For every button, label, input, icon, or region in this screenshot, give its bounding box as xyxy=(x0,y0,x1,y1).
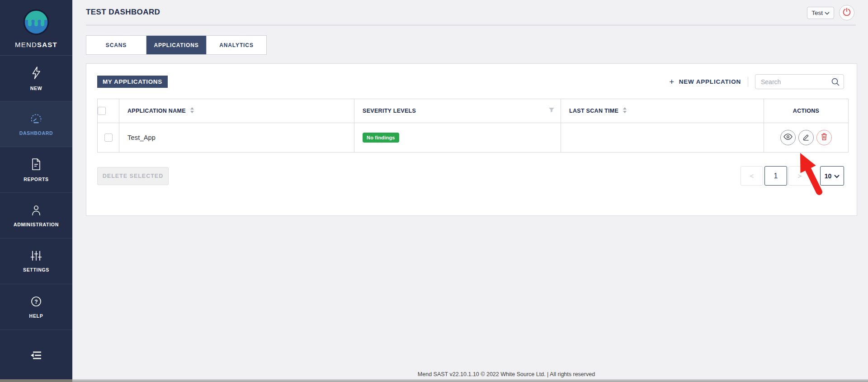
page-header: TEST DASHBOARD Test xyxy=(72,0,868,25)
chevron-down-icon xyxy=(834,172,840,180)
delete-application-button[interactable] xyxy=(816,130,832,145)
delete-trash-icon xyxy=(821,133,827,142)
column-application-name[interactable]: APPLICATION NAME xyxy=(119,99,354,123)
new-application-label: NEW APPLICATION xyxy=(679,78,741,85)
sidebar-item-settings[interactable]: SETTINGS xyxy=(0,239,72,284)
brand-logo-block[interactable]: MENDSAST xyxy=(0,0,72,56)
main-tabs: SCANS APPLICATIONS ANALYTICS xyxy=(86,35,267,55)
lightning-icon xyxy=(30,66,42,81)
collapse-sidebar-button[interactable] xyxy=(0,330,72,382)
table-footer-row: DELETE SELECTED < 1 > 10 xyxy=(97,166,844,186)
sidebar: MENDSAST NEW DASHBOARD REPORTS xyxy=(0,0,72,382)
brand-name: MENDSAST xyxy=(15,41,57,48)
scrollbar-thumb[interactable] xyxy=(0,379,72,382)
column-last-scan-time[interactable]: LAST SCAN TIME xyxy=(561,99,764,123)
horizontal-scrollbar[interactable] xyxy=(0,379,868,382)
row-select-cell xyxy=(98,123,119,153)
header-controls: Test xyxy=(807,5,854,20)
select-all-header xyxy=(98,99,119,123)
svg-text:?: ? xyxy=(34,298,38,305)
power-icon xyxy=(843,8,851,18)
page-size-select[interactable]: 10 xyxy=(820,166,844,186)
delete-selected-button[interactable]: DELETE SELECTED xyxy=(97,167,169,185)
sliders-icon xyxy=(30,250,42,263)
help-circle-icon: ? xyxy=(30,296,42,309)
sidebar-item-new[interactable]: NEW xyxy=(0,56,72,101)
page-title: TEST DASHBOARD xyxy=(86,8,160,17)
sidebar-item-administration[interactable]: ADMINISTRATION xyxy=(0,193,72,239)
row-checkbox[interactable] xyxy=(104,134,113,142)
no-findings-badge: No findings xyxy=(363,133,399,143)
user-menu-label: Test xyxy=(811,10,823,16)
search-icon[interactable] xyxy=(831,77,840,88)
new-application-button[interactable]: + NEW APPLICATION xyxy=(669,78,741,86)
sidebar-item-label: REPORTS xyxy=(24,177,49,182)
report-document-icon xyxy=(31,158,42,172)
sidebar-item-dashboard[interactable]: DASHBOARD xyxy=(0,101,72,147)
search-box xyxy=(755,74,844,89)
view-application-button[interactable] xyxy=(780,130,796,145)
application-name-cell: Test_App xyxy=(119,123,354,153)
footer-copyright: Mend SAST v22.10.1.10 © 2022 White Sourc… xyxy=(145,371,868,377)
edit-pencil-icon xyxy=(802,133,810,143)
column-actions: ACTIONS xyxy=(764,99,849,123)
panel-actions: + NEW APPLICATION xyxy=(669,74,844,89)
severity-cell: No findings xyxy=(354,123,561,153)
user-icon xyxy=(30,204,42,218)
applications-panel: MY APPLICATIONS + NEW APPLICATION xyxy=(86,63,857,216)
plus-icon: + xyxy=(669,78,674,86)
pagination-prev-button[interactable]: < xyxy=(741,166,763,186)
pagination: < 1 > 10 xyxy=(739,166,844,186)
pagination-next-button[interactable]: > xyxy=(788,166,811,186)
select-all-checkbox[interactable] xyxy=(98,107,106,115)
actions-cell xyxy=(764,123,849,153)
pagination-page-1-button[interactable]: 1 xyxy=(764,166,787,186)
gauge-icon xyxy=(29,113,43,126)
sidebar-item-help[interactable]: ? HELP xyxy=(0,284,72,330)
main-area: TEST DASHBOARD Test SCANS APPLICATIONS A xyxy=(72,0,868,382)
table-row: Test_App No findings xyxy=(98,123,849,153)
tab-analytics[interactable]: ANALYTICS xyxy=(207,36,266,54)
logout-button[interactable] xyxy=(839,5,854,20)
view-eye-icon xyxy=(783,134,793,142)
sidebar-item-label: NEW xyxy=(30,86,42,91)
applications-table: APPLICATION NAME SEVERITY LEVELS xyxy=(97,99,849,153)
tab-applications[interactable]: APPLICATIONS xyxy=(146,36,207,54)
page-size-value: 10 xyxy=(825,172,832,180)
tab-scans[interactable]: SCANS xyxy=(86,36,146,54)
edit-application-button[interactable] xyxy=(798,130,814,145)
sort-arrows-icon[interactable] xyxy=(190,107,194,115)
sidebar-item-label: DASHBOARD xyxy=(19,130,53,136)
last-scan-time-cell xyxy=(561,123,764,153)
sidebar-item-label: SETTINGS xyxy=(23,267,49,272)
sidebar-item-label: HELP xyxy=(29,313,43,319)
sidebar-item-label: ADMINISTRATION xyxy=(14,222,59,227)
vertical-divider xyxy=(748,77,748,87)
sidebar-item-reports[interactable]: REPORTS xyxy=(0,147,72,193)
mend-wave-logo-icon xyxy=(23,9,49,37)
column-severity-levels: SEVERITY LEVELS xyxy=(354,99,561,123)
table-header-row: APPLICATION NAME SEVERITY LEVELS xyxy=(98,99,849,123)
collapse-sidebar-icon xyxy=(29,350,43,362)
user-menu-button[interactable]: Test xyxy=(807,7,834,19)
filter-funnel-icon[interactable] xyxy=(549,108,554,114)
panel-title-badge: MY APPLICATIONS xyxy=(97,76,168,88)
chevron-down-icon xyxy=(825,10,830,16)
panel-toolbar: MY APPLICATIONS + NEW APPLICATION xyxy=(86,64,857,89)
sort-arrows-icon[interactable] xyxy=(623,107,627,115)
